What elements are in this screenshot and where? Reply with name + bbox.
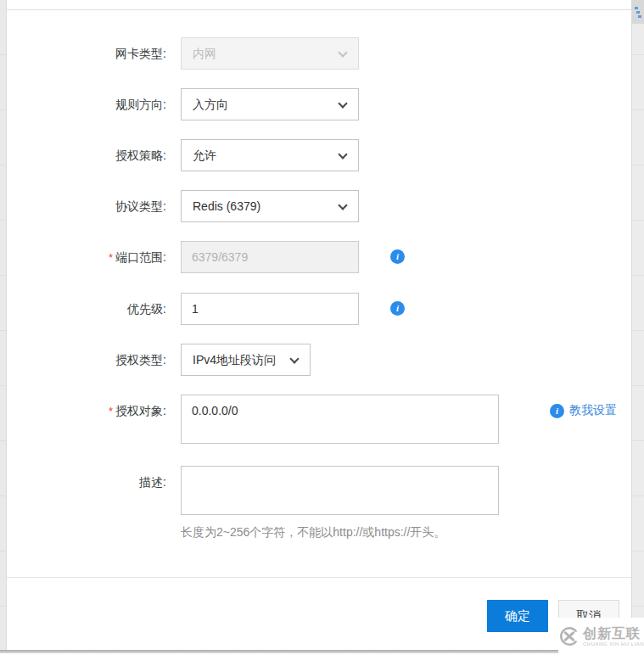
selected-value: Redis (6379) xyxy=(193,191,260,221)
field-label: 授权策略: xyxy=(7,139,166,171)
nic-type-select: 内网 xyxy=(181,37,359,70)
brand-logo-icon xyxy=(558,625,580,647)
field-label: 优先级: xyxy=(7,293,166,325)
auth-object-textarea[interactable]: 0.0.0.0/0 xyxy=(181,395,499,444)
bottom-edge-shadow xyxy=(0,650,560,653)
form-row-rule-direction: 规则方向: 入方向 xyxy=(7,88,628,120)
field-label: *端口范围: xyxy=(7,241,166,274)
background-left-strip xyxy=(0,0,7,650)
chevron-down-icon xyxy=(338,149,347,159)
cursor-artifact xyxy=(635,7,642,19)
form-row-auth-object: *授权对象: 0.0.0.0/0 i 教我设置 xyxy=(7,395,628,447)
info-icon[interactable]: i xyxy=(550,404,564,418)
description-textarea[interactable] xyxy=(181,466,499,515)
field-label: *授权对象: xyxy=(7,395,166,428)
rule-direction-select[interactable]: 入方向 xyxy=(181,88,359,120)
selected-value: 允许 xyxy=(193,140,216,171)
footer-divider xyxy=(7,577,631,578)
field-label: 描述: xyxy=(7,466,166,498)
form-row-description: 描述: 长度为2~256个字符，不能以http://或https://开头。 xyxy=(7,466,628,540)
confirm-button[interactable]: 确定 xyxy=(487,600,548,632)
form-row-nic-type: 网卡类型: 内网 xyxy=(7,37,628,70)
selected-value: 入方向 xyxy=(193,89,228,120)
auth-policy-select[interactable]: 允许 xyxy=(181,139,359,171)
field-label: 协议类型: xyxy=(7,190,166,222)
field-label: 规则方向: xyxy=(7,88,166,120)
info-icon[interactable]: i xyxy=(390,249,405,264)
required-asterisk: * xyxy=(109,251,113,264)
chevron-down-icon xyxy=(338,48,347,57)
form-row-auth-policy: 授权策略: 允许 xyxy=(7,139,628,171)
chevron-down-icon xyxy=(338,98,347,108)
required-asterisk: * xyxy=(109,405,113,417)
priority-input[interactable] xyxy=(181,293,359,325)
form-row-priority: 优先级: i xyxy=(7,293,628,325)
helper-text: 长度为2~256个字符，不能以http://或https://开头。 xyxy=(181,525,499,540)
brand-name: 创新互联 xyxy=(583,626,644,641)
form-row-port-range: *端口范围: i xyxy=(7,241,628,274)
chevron-down-icon xyxy=(338,200,347,210)
protocol-type-select[interactable]: Redis (6379) xyxy=(181,190,359,222)
port-range-input xyxy=(181,241,359,273)
form-row-auth-type: 授权类型: IPv4地址段访问 xyxy=(7,344,628,376)
form-row-protocol-type: 协议类型: Redis (6379) xyxy=(7,190,628,222)
security-group-rule-form: 网卡类型: 内网 规则方向: 入方向 授权策略: xyxy=(7,10,628,559)
chevron-down-icon xyxy=(289,354,299,363)
watermark: 创新互联 CHUANG XIN HU LIAN xyxy=(558,618,644,655)
field-label: 授权类型: xyxy=(7,344,166,376)
info-icon[interactable]: i xyxy=(390,301,405,316)
selected-value: IPv4地址段访问 xyxy=(193,344,276,375)
auth-type-select[interactable]: IPv4地址段访问 xyxy=(181,344,311,376)
selected-value: 内网 xyxy=(193,38,216,69)
page-scrollbar[interactable] xyxy=(631,0,644,655)
teach-me-link[interactable]: 教我设置 xyxy=(569,403,617,418)
field-label: 网卡类型: xyxy=(7,37,166,70)
dialog-page: 网卡类型: 内网 规则方向: 入方向 授权策略: xyxy=(0,0,644,655)
brand-subtitle: CHUANG XIN HU LIAN xyxy=(583,641,644,647)
